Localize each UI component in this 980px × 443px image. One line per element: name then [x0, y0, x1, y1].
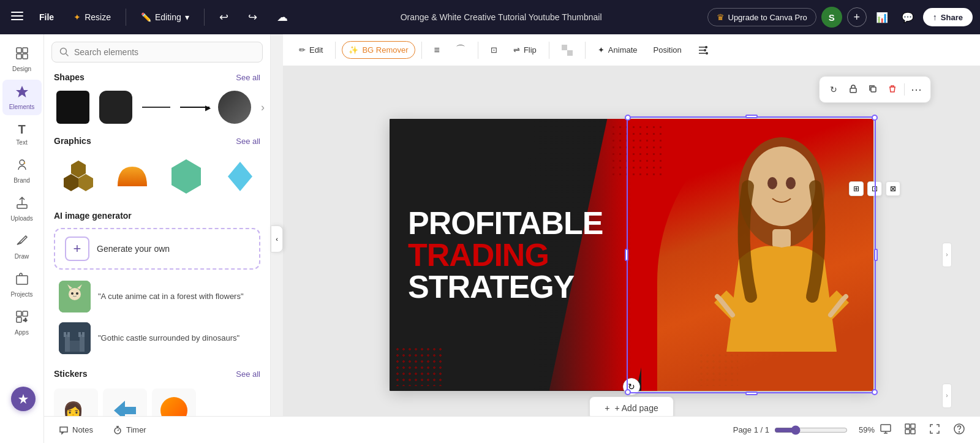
svg-marker-19	[78, 174, 93, 191]
lock-button[interactable]	[844, 80, 862, 99]
sidebar-item-elements[interactable]: Elements	[2, 80, 42, 115]
canvas-wrapper[interactable]: ↻	[283, 66, 980, 443]
woman-silhouette	[659, 119, 873, 391]
svg-rect-30	[80, 335, 85, 352]
more-options-button[interactable]: ⋯	[907, 80, 925, 99]
graphic-semicircle-item[interactable]	[108, 152, 157, 201]
svg-rect-49	[772, 229, 791, 248]
stickers-see-all-button[interactable]: See all	[236, 369, 260, 379]
shapes-see-all-button[interactable]: See all	[236, 73, 260, 82]
svg-point-26	[71, 292, 74, 295]
lock-icon	[849, 85, 858, 95]
design-canvas[interactable]: PROFITABLE TRADING STRATEGY	[390, 119, 873, 391]
search-input[interactable]	[74, 47, 255, 57]
shape-circle-item[interactable]	[216, 88, 254, 126]
graphics-title: Graphics	[54, 136, 91, 146]
delete-button[interactable]	[883, 80, 902, 99]
honeycomb-graphic	[58, 156, 99, 197]
menu-icon[interactable]	[7, 6, 27, 28]
adjust-button[interactable]	[692, 41, 715, 59]
grid-view-button[interactable]	[899, 420, 921, 440]
curve-button[interactable]: ⌒	[450, 40, 472, 60]
flip-button[interactable]: ⇌ Flip	[507, 42, 543, 58]
bottom-left: Notes Timer	[54, 423, 151, 437]
add-collaborator-button[interactable]: +	[847, 7, 867, 27]
search-replace-button[interactable]: ⊞	[849, 181, 864, 196]
graphic-diamond-item[interactable]	[216, 152, 265, 201]
graphic-hexagon-item[interactable]	[162, 152, 211, 201]
main-layout: Design Elements T Text Brand	[0, 0, 980, 443]
redo-button[interactable]: ↪	[241, 7, 265, 28]
replace-button[interactable]: ↻	[824, 80, 843, 99]
sync-button[interactable]: ↻	[623, 378, 640, 395]
refresh-icon: ↻	[830, 85, 837, 94]
share-button[interactable]: ↑ Share	[923, 8, 973, 26]
sidebar-item-apps[interactable]: Apps	[2, 305, 42, 341]
comments-button[interactable]: 💬	[897, 7, 918, 28]
transparency-button[interactable]	[556, 41, 579, 59]
sidebar-item-projects[interactable]: Projects	[2, 267, 42, 303]
handle-top-middle[interactable]	[745, 115, 758, 118]
cloud-button[interactable]: ☁	[270, 7, 295, 28]
svg-rect-10	[17, 276, 28, 284]
file-button[interactable]: File	[32, 9, 61, 26]
graphics-see-all-button[interactable]: See all	[236, 137, 260, 146]
toolbar-separator-3	[478, 42, 478, 59]
panel-collapse-button[interactable]: ‹	[271, 225, 283, 252]
notes-button[interactable]: Notes	[54, 423, 98, 437]
float-separator	[904, 83, 905, 96]
sidebar-item-draw[interactable]: Draw	[2, 229, 42, 265]
svg-rect-2	[11, 19, 23, 20]
shape-arrow-item[interactable]: ▶	[178, 104, 211, 110]
svg-marker-17	[71, 161, 86, 178]
brand-icon	[15, 158, 29, 175]
lines-button[interactable]: ≡	[428, 41, 446, 59]
help-button[interactable]	[948, 420, 970, 440]
animate-button[interactable]: ✦ Animate	[592, 42, 644, 58]
resize-button[interactable]: ✦ Resize	[66, 9, 118, 26]
zoom-slider[interactable]	[774, 425, 848, 435]
copy-style-button[interactable]: ⊡	[867, 181, 882, 196]
shape-rounded-square-item[interactable]	[97, 88, 135, 126]
analytics-button[interactable]: 📊	[872, 7, 892, 28]
ai-example-castle[interactable]: "Gothic castle surrounded by dinosaurs"	[54, 317, 260, 359]
edit-button[interactable]: ✏ Edit	[293, 42, 329, 58]
shape-line-item[interactable]	[140, 88, 173, 126]
handle-right-middle[interactable]	[874, 249, 878, 261]
right-expand-handle[interactable]: ›	[942, 243, 952, 267]
text-icon: T	[18, 123, 25, 137]
sidebar-item-text[interactable]: T Text	[2, 118, 42, 151]
right-expand-handle2[interactable]: ›	[942, 384, 952, 408]
graphic-honeycomb-item[interactable]	[54, 152, 103, 201]
sidebar-item-design[interactable]: Design	[2, 42, 42, 77]
toolbar-separator-5	[585, 42, 586, 59]
sidebar-item-brand[interactable]: Brand	[2, 153, 42, 189]
undo-button[interactable]: ↩	[212, 7, 236, 28]
timer-button[interactable]: Timer	[108, 423, 151, 437]
duplicate-button[interactable]	[864, 80, 882, 99]
shapes-more-arrow[interactable]: ›	[261, 101, 265, 114]
graphics-section-header: Graphics See all	[44, 136, 270, 146]
help-icon	[953, 423, 965, 435]
desktop-view-button[interactable]	[875, 420, 897, 440]
line-shape	[142, 107, 170, 108]
ai-star-button[interactable]	[11, 387, 36, 411]
fullscreen-button[interactable]	[924, 420, 946, 440]
position-button[interactable]: Position	[647, 42, 688, 58]
apps-icon	[15, 310, 29, 327]
svg-marker-21	[228, 162, 252, 191]
ai-example-cat[interactable]: "A cute anime cat in a forest with flowe…	[54, 276, 260, 317]
shape-square-item[interactable]	[54, 88, 92, 126]
dot-pattern-2	[394, 346, 443, 386]
sidebar-item-uploads[interactable]: Uploads	[2, 191, 42, 227]
bg-remover-button[interactable]: ✨ BG Remover	[342, 41, 415, 59]
upgrade-button[interactable]: ♛ Upgrade to Canva Pro	[707, 8, 816, 26]
svg-point-44	[704, 49, 706, 51]
generate-own-button[interactable]: + Generate your own	[54, 228, 260, 270]
handle-bottom-middle[interactable]	[745, 392, 758, 395]
expand-button[interactable]: ⊠	[886, 181, 900, 196]
crown-icon: ♛	[717, 12, 725, 22]
crop-button[interactable]: ⊡	[484, 42, 503, 58]
avatar[interactable]: S	[821, 7, 842, 28]
editing-button[interactable]: ✏️ Editing ▾	[134, 9, 197, 26]
